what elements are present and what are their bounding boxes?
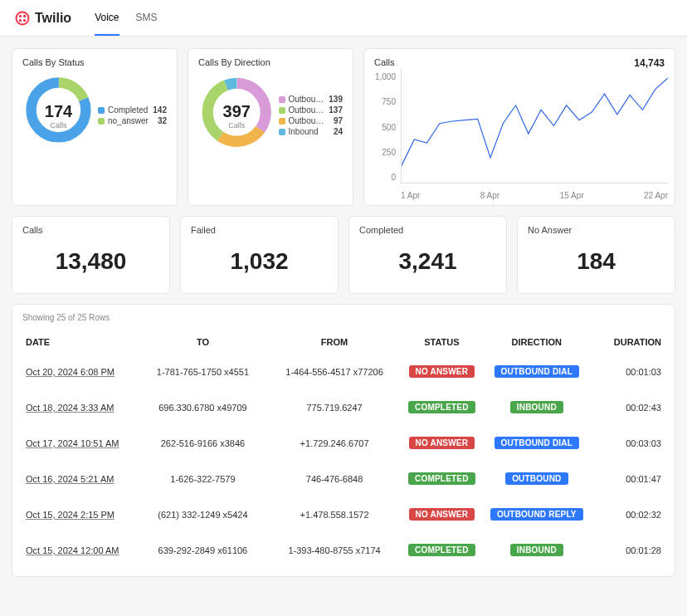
legend-label: Outbou…: [289, 116, 324, 125]
cell-to: 262-516-9166 x3846: [137, 425, 269, 461]
x-tick: 15 Apr: [560, 191, 584, 200]
col-direction[interactable]: DIRECTION: [483, 330, 590, 354]
table-row: Oct 17, 2024 10:51 AM262-516-9166 x3846+…: [22, 425, 665, 461]
cell-to: 1-781-765-1750 x4551: [137, 354, 269, 389]
rows-info: Showing 25 of 25 Rows: [22, 313, 665, 322]
brand-name: Twilio: [35, 11, 71, 26]
legend-label: Completed: [108, 105, 148, 115]
chart-total: 14,743: [634, 57, 665, 69]
legend-value: 32: [158, 116, 167, 125]
cell-direction: OUTBOUND DIAL: [483, 354, 590, 389]
cell-status: NO ANSWER: [400, 354, 483, 389]
cell-status: COMPLETED: [400, 532, 483, 568]
metric-value: 13,480: [22, 243, 159, 285]
cell-duration: 00:01:03: [590, 354, 665, 389]
metric-value: 1,032: [191, 243, 328, 285]
table-row: Oct 18, 2024 3:33 AM696.330.6780 x497097…: [22, 389, 665, 425]
cell-to: 639-292-2849 x61106: [137, 532, 269, 568]
legend-value: 97: [334, 116, 343, 125]
chart-plot: [401, 69, 668, 183]
metric-label: Failed: [191, 225, 328, 235]
table-header-row: DATE TO FROM STATUS DIRECTION DURATION: [22, 330, 665, 354]
cell-duration: 00:02:32: [590, 496, 665, 532]
col-duration[interactable]: DURATION: [590, 330, 665, 354]
legend-item: Outbou…137: [279, 105, 344, 115]
status-badge: NO ANSWER: [409, 437, 475, 449]
y-tick: 0: [371, 173, 396, 182]
svg-point-3: [19, 18, 22, 21]
brand-logo: Twilio: [15, 11, 71, 26]
col-from[interactable]: FROM: [269, 330, 401, 354]
cell-date[interactable]: Oct 15, 2024 12:00 AM: [22, 532, 137, 568]
direction-badge: OUTBOUND DIAL: [495, 365, 579, 378]
metrics-row: Calls13,480Failed1,032Completed3,241No A…: [0, 206, 687, 304]
donut-chart-status: 174 Calls: [22, 74, 95, 157]
metric-card: No Answer184: [517, 216, 675, 294]
col-to[interactable]: TO: [137, 330, 269, 354]
svg-point-2: [23, 14, 26, 17]
legend-item: no_answer32: [98, 116, 167, 125]
cell-date[interactable]: Oct 18, 2024 3:33 AM: [22, 389, 137, 425]
col-status[interactable]: STATUS: [400, 330, 483, 354]
tab-sms[interactable]: SMS: [136, 0, 158, 36]
twilio-icon: [15, 11, 30, 26]
legend-item: Outbou…139: [279, 95, 344, 104]
cell-direction: INBOUND: [483, 532, 590, 568]
cell-direction: OUTBOUND: [483, 461, 590, 496]
direction-badge: INBOUND: [510, 544, 563, 556]
table-row: Oct 16, 2024 5:21 AM1-626-322-7579746-47…: [22, 461, 665, 496]
legend-dot: [98, 107, 105, 114]
legend-value: 139: [329, 95, 343, 104]
metric-label: Completed: [359, 225, 496, 235]
legend-dot: [98, 118, 105, 125]
y-tick: 250: [371, 148, 396, 157]
svg-point-1: [19, 14, 22, 17]
metric-card: Calls13,480: [12, 216, 170, 294]
svg-point-4: [23, 18, 26, 21]
cell-date[interactable]: Oct 20, 2024 6:08 PM: [22, 354, 137, 389]
legend-item: Inbound24: [279, 127, 344, 136]
direction-badge: OUTBOUND: [505, 472, 568, 485]
legend-dot: [279, 96, 285, 103]
card-calls-table: Showing 25 of 25 Rows DATE TO FROM STATU…: [12, 304, 675, 577]
legend-value: 137: [329, 105, 343, 115]
status-badge: NO ANSWER: [409, 365, 475, 378]
x-tick: 1 Apr: [401, 191, 420, 200]
col-date[interactable]: DATE: [22, 330, 137, 354]
direction-badge: OUTBOUND REPLY: [490, 508, 583, 521]
card-calls-line: Calls 14,743 02505007501,000 1 Apr8 Apr1…: [363, 48, 675, 206]
legend-item: Completed142: [98, 105, 167, 115]
app-header: Twilio VoiceSMS: [0, 0, 687, 37]
legend-label: Inbound: [289, 127, 319, 136]
cell-status: NO ANSWER: [400, 496, 483, 532]
card-title: Calls: [374, 57, 665, 67]
cell-from: 775.719.6247: [269, 389, 401, 425]
cell-to: (621) 332-1249 x5424: [137, 496, 269, 532]
cell-to: 1-626-322-7579: [137, 461, 269, 496]
metric-value: 184: [528, 243, 665, 285]
cell-date[interactable]: Oct 15, 2024 2:15 PM: [22, 496, 137, 532]
status-badge: COMPLETED: [408, 472, 475, 485]
cell-date[interactable]: Oct 17, 2024 10:51 AM: [22, 425, 137, 461]
metric-card: Completed3,241: [348, 216, 507, 294]
donut-svg: [198, 74, 275, 151]
direction-badge: OUTBOUND DIAL: [495, 437, 579, 449]
cell-from: +1.729.246.6707: [269, 425, 401, 461]
legend-dot: [279, 107, 285, 114]
status-badge: NO ANSWER: [409, 508, 475, 521]
table-row: Oct 15, 2024 2:15 PM(621) 332-1249 x5424…: [22, 496, 665, 532]
y-tick: 1,000: [371, 72, 396, 81]
legend-value: 24: [334, 127, 343, 136]
cell-duration: 00:01:47: [590, 461, 665, 496]
legend-item: Outbou…97: [279, 116, 344, 125]
cell-date[interactable]: Oct 16, 2024 5:21 AM: [22, 461, 137, 496]
y-axis: 02505007501,000: [371, 72, 396, 182]
legend-label: Outbou…: [289, 105, 324, 115]
x-axis: 1 Apr8 Apr15 Apr22 Apr: [401, 191, 668, 200]
tab-voice[interactable]: Voice: [95, 0, 119, 36]
metric-label: Calls: [22, 225, 159, 235]
cell-from: 1-393-480-8755 x7174: [269, 532, 401, 568]
cell-from: 1-464-556-4517 x77206: [269, 354, 401, 389]
x-tick: 8 Apr: [480, 191, 499, 200]
cell-duration: 00:02:43: [590, 389, 665, 425]
